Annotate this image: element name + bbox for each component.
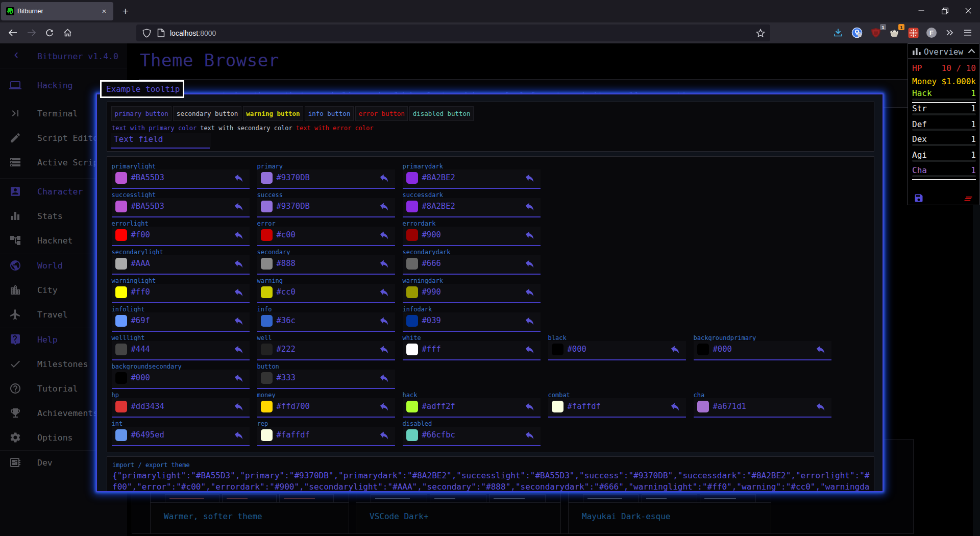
swatch-hex-value[interactable]: #a671d1 — [713, 402, 746, 411]
swatch-hex-value[interactable]: #36c — [277, 316, 296, 325]
swatch-hex-value[interactable]: #ff0 — [131, 287, 150, 297]
undo-icon[interactable] — [379, 201, 390, 212]
swatch-input[interactable]: #9370DB — [257, 198, 395, 216]
page-icon[interactable] — [157, 29, 165, 37]
swatch-color-box[interactable] — [406, 229, 418, 241]
undo-icon[interactable] — [524, 201, 535, 212]
home-button[interactable] — [59, 24, 76, 41]
swatch-input[interactable]: #adff2f — [403, 398, 541, 417]
undo-icon[interactable] — [524, 401, 535, 412]
swatch-color-box[interactable] — [115, 286, 127, 298]
swatch-color-box[interactable] — [406, 258, 418, 270]
swatch-input[interactable]: #a671d1 — [694, 398, 831, 417]
swatch-color-box[interactable] — [697, 401, 709, 412]
onepassword-icon[interactable]: 1 — [848, 24, 866, 41]
swatch-color-box[interactable] — [406, 344, 418, 355]
swatch-color-box[interactable] — [261, 401, 273, 412]
disabled-button[interactable]: disabled button — [409, 106, 474, 121]
swatch-input[interactable]: #222 — [257, 341, 395, 359]
cart-icon[interactable]: 1 — [886, 24, 903, 41]
swatch-color-box[interactable] — [697, 344, 709, 355]
swatch-hex-value[interactable]: #666 — [422, 259, 441, 268]
swatch-hex-value[interactable]: #6495ed — [131, 430, 164, 440]
undo-icon[interactable] — [379, 172, 390, 183]
swatch-color-box[interactable] — [261, 201, 273, 212]
swatch-color-box[interactable] — [261, 372, 273, 384]
swatch-input[interactable]: #444 — [112, 341, 250, 359]
ublock-icon[interactable]: 1 — [867, 24, 885, 41]
swatch-hex-value[interactable]: #BA55D3 — [131, 202, 164, 211]
undo-icon[interactable] — [233, 258, 244, 269]
undo-icon[interactable] — [379, 344, 390, 355]
swatch-color-box[interactable] — [406, 401, 418, 412]
clear-all-icon[interactable] — [963, 193, 973, 202]
swatch-hex-value[interactable]: #adff2f — [422, 402, 455, 411]
swatch-color-box[interactable] — [261, 429, 273, 441]
back-button[interactable] — [4, 24, 21, 41]
swatch-input[interactable]: #6495ed — [112, 427, 250, 445]
warning-button[interactable]: warning button — [243, 106, 303, 121]
swatch-color-box[interactable] — [406, 172, 418, 184]
swatch-hex-value[interactable]: #039 — [422, 316, 441, 325]
swatch-color-box[interactable] — [115, 258, 127, 270]
swatch-input[interactable]: #888 — [257, 255, 395, 274]
swatch-hex-value[interactable]: #888 — [277, 259, 296, 268]
undo-icon[interactable] — [670, 401, 681, 412]
save-icon[interactable] — [914, 193, 924, 203]
swatch-hex-value[interactable]: #fff — [422, 345, 441, 354]
undo-icon[interactable] — [524, 315, 535, 326]
swatch-color-box[interactable] — [406, 286, 418, 298]
swatch-hex-value[interactable]: #990 — [422, 287, 441, 297]
undo-icon[interactable] — [524, 429, 535, 441]
swatch-color-box[interactable] — [115, 401, 127, 412]
window-close-button[interactable] — [957, 0, 980, 21]
swatch-input[interactable]: #AAA — [112, 255, 250, 274]
import-export-json-field[interactable]: {"primarylight":"#BA55D3","primary":"#93… — [112, 470, 869, 492]
reload-button[interactable] — [41, 24, 58, 41]
swatch-hex-value[interactable]: #ffd700 — [277, 402, 310, 411]
url-text[interactable]: localhost:8000 — [170, 29, 756, 37]
swatch-color-box[interactable] — [406, 201, 418, 212]
swatch-input[interactable]: #666 — [403, 255, 541, 274]
swatch-color-box[interactable] — [261, 286, 273, 298]
swatch-hex-value[interactable]: #AAA — [131, 259, 150, 268]
undo-icon[interactable] — [379, 286, 390, 298]
undo-icon[interactable] — [233, 372, 244, 383]
swatch-hex-value[interactable]: #c00 — [277, 230, 296, 239]
swatch-hex-value[interactable]: #69f — [131, 316, 150, 325]
undo-icon[interactable] — [524, 286, 535, 298]
swatch-input[interactable]: #36c — [257, 312, 395, 331]
secondary-button[interactable]: secondary button — [173, 106, 241, 121]
swatch-color-box[interactable] — [115, 229, 127, 241]
undo-icon[interactable] — [524, 172, 535, 183]
swatch-input[interactable]: #f00 — [112, 227, 250, 245]
swatch-color-box[interactable] — [261, 229, 273, 241]
swatch-input[interactable]: #ff0 — [112, 284, 250, 302]
swatch-input[interactable]: #990 — [403, 284, 541, 302]
swatch-hex-value[interactable]: #333 — [277, 373, 296, 382]
swatch-hex-value[interactable]: #000 — [713, 345, 732, 354]
menu-icon[interactable] — [959, 24, 976, 41]
swatch-color-box[interactable] — [261, 172, 273, 184]
swatch-hex-value[interactable]: #000 — [568, 345, 586, 354]
example-text-field[interactable]: Text field — [111, 133, 211, 148]
swatch-color-box[interactable] — [406, 315, 418, 327]
swatch-hex-value[interactable]: #BA55D3 — [131, 173, 164, 182]
undo-icon[interactable] — [815, 401, 826, 412]
swatch-input[interactable]: #faffdf — [257, 427, 395, 445]
swatch-hex-value[interactable]: #9370DB — [277, 173, 310, 182]
undo-icon[interactable] — [233, 172, 244, 183]
swatch-hex-value[interactable]: #8A2BE2 — [422, 202, 455, 211]
swatch-input[interactable]: #ffd700 — [257, 398, 395, 417]
swatch-hex-value[interactable]: #222 — [277, 345, 296, 354]
profile-icon[interactable]: F — [923, 24, 940, 41]
bookmark-star-icon[interactable] — [756, 29, 765, 38]
swatch-input[interactable]: #BA55D3 — [112, 169, 250, 188]
undo-icon[interactable] — [524, 344, 535, 355]
undo-icon[interactable] — [524, 258, 535, 269]
swatch-hex-value[interactable]: #66cfbc — [422, 430, 455, 440]
swatch-color-box[interactable] — [115, 201, 127, 212]
undo-icon[interactable] — [379, 229, 390, 240]
browser-tab[interactable]: Bitburner × — [1, 2, 113, 20]
new-tab-button[interactable]: + — [118, 4, 133, 18]
